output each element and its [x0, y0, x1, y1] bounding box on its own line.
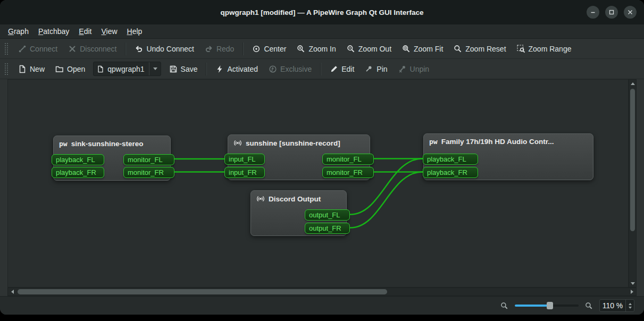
menu-graph[interactable]: Graph [3, 26, 34, 37]
scroll-left-arrow[interactable] [8, 288, 16, 295]
graph-canvas[interactable]: pw sink-sunshine-stereo playback_FL play… [7, 79, 629, 288]
toolbar-drag-handle[interactable] [4, 63, 9, 75]
node-sunshine-record[interactable]: sunshine [sunshine-record] input_FL inpu… [228, 134, 370, 180]
zoom-out-icon [347, 45, 355, 53]
open-label: Open [67, 65, 85, 73]
port-monitor-fl[interactable]: monitor_FL [123, 154, 174, 165]
menu-patchbay[interactable]: Patchbay [34, 26, 74, 37]
zoom-slider-icon [500, 302, 508, 310]
patchbay-toolbar: New Open qpwgraph1 Save Activated Exclus… [0, 59, 644, 79]
activated-button[interactable]: Activated [211, 62, 263, 76]
port-monitor-fl[interactable]: monitor_FL [322, 154, 374, 165]
node-title: Family 17h/19h HD Audio Contr... [441, 138, 554, 146]
port-monitor-fr[interactable]: monitor_FR [322, 167, 374, 178]
node-family-hd-audio[interactable]: pw Family 17h/19h HD Audio Contr... play… [423, 133, 593, 180]
node-sink-sunshine-stereo[interactable]: pw sink-sunshine-stereo playback_FL play… [53, 136, 171, 181]
maximize-button[interactable] [605, 6, 618, 19]
pipewire-icon: pw [59, 140, 68, 148]
horizontal-scrollbar-thumb[interactable] [18, 289, 387, 294]
menu-help[interactable]: Help [122, 26, 147, 37]
port-playback-fl[interactable]: playback_FL [423, 154, 478, 165]
new-label: New [30, 65, 45, 73]
combo-value: qpwgraph1 [107, 65, 144, 73]
connect-icon [18, 45, 27, 53]
window-controls [587, 6, 637, 19]
zoom-fit-button[interactable]: Zoom Fit [397, 42, 448, 56]
zoom-fit-label: Zoom Fit [414, 45, 443, 53]
zoom-out-button[interactable]: Zoom Out [342, 42, 396, 56]
zoom-in-label: Zoom In [308, 45, 336, 53]
patchbay-file-combo[interactable]: qpwgraph1 [93, 62, 161, 76]
edit-label: Edit [341, 65, 354, 73]
port-output-fr[interactable]: output_FR [305, 223, 350, 234]
node-title: Discord Output [269, 195, 321, 203]
node-title: sink-sunshine-stereo [71, 140, 144, 148]
port-output-fl[interactable]: output_FL [305, 209, 350, 221]
open-folder-icon [55, 65, 64, 73]
new-button[interactable]: New [13, 62, 49, 76]
lightning-icon [215, 65, 224, 73]
canvas-frame: pw sink-sunshine-stereo playback_FL play… [0, 79, 644, 288]
pin-button[interactable]: Pin [360, 62, 392, 76]
minimize-button[interactable] [587, 6, 599, 19]
horizontal-scrollbar[interactable] [7, 288, 637, 296]
titlebar[interactable]: qpwgraph1 [modified] — A PipeWire Graph … [0, 0, 644, 24]
open-button[interactable]: Open [51, 62, 90, 76]
zoom-step-down-button[interactable] [629, 307, 632, 309]
record-icon [233, 139, 242, 147]
toolbar-drag-handle[interactable] [4, 43, 9, 55]
toolbar-separator [125, 43, 126, 55]
maximize-icon [608, 9, 615, 16]
toolbar-separator [206, 63, 207, 75]
port-playback-fl[interactable]: playback_FL [52, 154, 104, 165]
center-button[interactable]: Center [247, 42, 291, 56]
pipewire-icon: pw [429, 138, 438, 146]
port-input-fr[interactable]: input_FR [224, 167, 265, 178]
node-discord-output[interactable]: Discord Output output_FL output_FR [250, 190, 347, 236]
zoom-range-icon [517, 45, 525, 53]
unpin-icon [398, 65, 407, 73]
save-label: Save [181, 65, 198, 73]
zoom-range-button[interactable]: Zoom Range [512, 42, 576, 56]
zoom-in-button[interactable]: Zoom In [292, 42, 340, 56]
activated-label: Activated [227, 65, 258, 73]
chevron-down-icon [149, 62, 157, 75]
disconnect-icon [68, 45, 77, 53]
zoom-reset-button[interactable]: Zoom Reset [449, 42, 511, 56]
scroll-right-arrow[interactable] [628, 288, 636, 295]
redo-button: Redo [200, 42, 239, 56]
zoom-spinbox[interactable]: 110 % [599, 299, 634, 312]
zoom-value: 110 % [600, 301, 625, 310]
scroll-up-arrow[interactable] [629, 80, 636, 87]
zoom-slider-handle[interactable] [547, 302, 553, 309]
save-button[interactable]: Save [164, 62, 203, 76]
connection-discord-to-family-fr[interactable] [350, 172, 422, 228]
zoom-level-icon [585, 302, 593, 310]
zoom-step-up-button[interactable] [629, 303, 632, 305]
vertical-scrollbar-thumb[interactable] [630, 89, 635, 231]
minimize-icon [589, 9, 597, 16]
vertical-scrollbar[interactable] [629, 79, 637, 288]
port-monitor-fr[interactable]: monitor_FR [123, 167, 174, 178]
center-icon [252, 45, 261, 53]
zoom-slider[interactable] [515, 302, 579, 309]
unpin-button: Unpin [394, 62, 434, 76]
edit-button[interactable]: Edit [325, 62, 359, 76]
undo-connect-button[interactable]: Undo Connect [130, 42, 199, 56]
scroll-down-arrow[interactable] [629, 280, 636, 287]
port-input-fl[interactable]: input_FL [224, 154, 265, 165]
zoom-in-icon [297, 45, 305, 53]
exclusive-label: Exclusive [280, 65, 312, 73]
close-button[interactable] [624, 6, 637, 19]
disconnect-label: Disconnect [80, 45, 116, 53]
menu-edit[interactable]: Edit [74, 26, 96, 37]
port-playback-fr[interactable]: playback_FR [423, 167, 478, 178]
zoom-reset-label: Zoom Reset [465, 45, 506, 53]
redo-icon [205, 45, 213, 53]
menu-view[interactable]: View [96, 26, 122, 37]
close-icon [626, 9, 634, 16]
port-playback-fr[interactable]: playback_FR [52, 167, 104, 178]
pin-label: Pin [377, 65, 387, 73]
toolbar-separator [242, 43, 244, 55]
connect-label: Connect [30, 45, 57, 53]
